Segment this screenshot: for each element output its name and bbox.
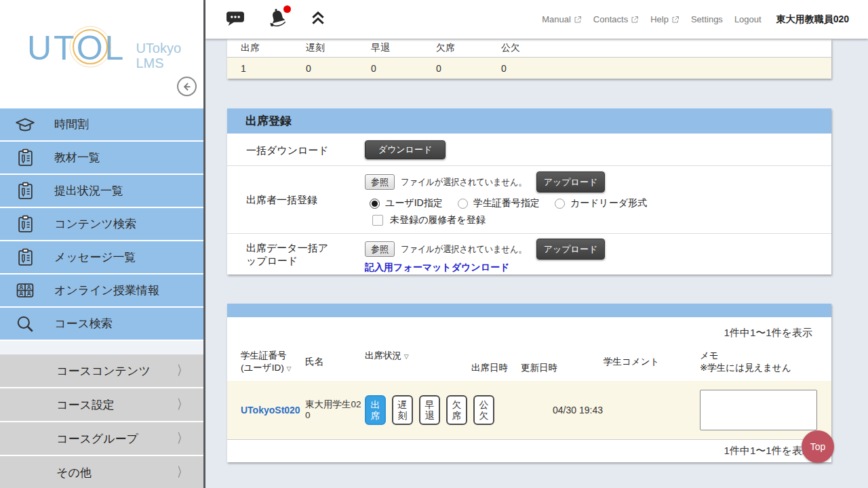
- student-name: 東大用学生020: [305, 399, 365, 421]
- status-present-button[interactable]: 出席: [365, 395, 386, 425]
- utol-logo-subtitle: UTokyo LMS: [136, 41, 181, 71]
- summary-header-cell: 欠席: [436, 42, 501, 54]
- radio-card-reader[interactable]: [555, 199, 565, 209]
- arrow-left-icon: [181, 81, 193, 93]
- sort-icon[interactable]: ▽: [404, 353, 409, 360]
- sidebar-item-label: 教材一覧: [54, 150, 100, 165]
- header-attend-time: 出席日時: [471, 362, 521, 374]
- help-link[interactable]: Help: [650, 14, 679, 24]
- notification-badge: [283, 5, 291, 13]
- radio-label[interactable]: ユーザID指定: [385, 197, 443, 209]
- header-name: 氏名: [305, 356, 365, 368]
- bulk-register-row: 出席者一括登録 参照 ファイルが選択されていません。 アップロード ユーザID指…: [227, 166, 831, 234]
- sidebar-item-messages[interactable]: メッセージ一覧: [0, 241, 203, 273]
- sidebar-collapse-button[interactable]: [177, 77, 197, 96]
- status-excused-button[interactable]: 公欠: [473, 395, 494, 425]
- download-button[interactable]: ダウンロード: [365, 140, 446, 159]
- graduation-cap-icon: [14, 116, 37, 134]
- sidebar-item-others[interactable]: その他 〉: [0, 456, 203, 488]
- manual-link[interactable]: Manual: [542, 14, 582, 24]
- data-upload-row: 出席データ一括アップロード 参照 ファイルが選択されていません。 アップロード …: [227, 234, 831, 274]
- clipboard-icon: [14, 248, 37, 266]
- upload-button[interactable]: アップロード: [536, 171, 605, 192]
- contacts-link[interactable]: Contacts: [593, 14, 639, 24]
- submenu-item-label: コースコンテンツ: [56, 363, 151, 379]
- radio-label[interactable]: カードリーダ形式: [570, 197, 647, 209]
- scroll-to-top-button[interactable]: Top: [802, 430, 834, 463]
- sidebar-item-materials[interactable]: 教材一覧: [0, 142, 203, 174]
- register-unenrolled-checkbox[interactable]: [372, 215, 383, 226]
- sidebar-item-label: オンライン授業情報: [54, 283, 159, 298]
- external-link-icon: [574, 16, 582, 24]
- students-table-header-bar: [227, 304, 831, 317]
- chevron-right-icon: 〉: [177, 396, 187, 413]
- summary-header-cell: 公欠: [501, 42, 566, 54]
- sidebar-item-label: 提出状況一覧: [54, 183, 123, 199]
- header-status[interactable]: 出席状況 ▽: [365, 350, 471, 362]
- utol-logo-o-rings: O: [77, 31, 105, 65]
- students-table-header-row: 学生証番号(ユーザID) ▽ 氏名 出席状況 ▽ 出席日時 更新日時 学生コメン…: [227, 342, 831, 381]
- bulk-download-row: 一括ダウンロード ダウンロード: [227, 134, 831, 166]
- sidebar-item-label: 時間割: [54, 117, 89, 132]
- bulk-register-label: 出席者一括登録: [246, 194, 317, 207]
- radio-user-id[interactable]: [370, 199, 380, 209]
- summary-value-cell: 0: [306, 63, 371, 74]
- no-file-text: ファイルが選択されていません。: [401, 176, 514, 188]
- sidebar-gap: [0, 341, 203, 354]
- sidebar-item-content-search[interactable]: コンテンツ検索: [0, 208, 203, 240]
- format-download-link[interactable]: 記入用フォーマットダウンロード: [365, 262, 509, 274]
- people-grid-icon: [14, 281, 37, 300]
- clipboard-icon: [14, 148, 37, 167]
- status-buttons: 出席 遅刻 早退 欠席 公欠: [365, 395, 471, 425]
- students-table-footer: 1件中1〜1件を表示: [227, 439, 831, 462]
- sidebar-item-course-group[interactable]: コースグループ 〉: [0, 422, 203, 455]
- sidebar-item-label: コンテンツ検索: [54, 216, 136, 232]
- radio-label[interactable]: 学生証番号指定: [473, 197, 540, 209]
- sidebar-item-submissions[interactable]: 提出状況一覧: [0, 175, 203, 207]
- utol-logo-text: UTOL: [27, 31, 125, 65]
- status-late-button[interactable]: 遅刻: [392, 395, 413, 425]
- memo-textarea[interactable]: [700, 390, 817, 430]
- header-update-time: 更新日時: [521, 362, 604, 374]
- sidebar-item-label: コース検索: [54, 316, 113, 331]
- attendance-summary-table: 出席 遅刻 早退 欠席 公欠 1 0 0 0 0: [227, 39, 831, 79]
- user-name: 東大用教職員020: [776, 14, 849, 26]
- header-student-id[interactable]: 学生証番号(ユーザID) ▽: [241, 350, 305, 373]
- sidebar-item-online-class[interactable]: オンライン授業情報: [0, 274, 203, 306]
- sidebar-item-course-search[interactable]: コース検索: [0, 308, 203, 340]
- logout-link[interactable]: Logout: [734, 14, 762, 24]
- student-id-link[interactable]: UTokyoSt020: [241, 405, 305, 415]
- section-title: 出席登録: [227, 108, 831, 134]
- summary-header-cell: 早退: [371, 42, 436, 54]
- sort-icon[interactable]: ▽: [286, 365, 291, 372]
- sidebar-item-timetable[interactable]: 時間割: [0, 108, 203, 140]
- notifications-bell-icon[interactable]: [267, 7, 290, 32]
- chevron-right-icon: 〉: [177, 363, 187, 380]
- status-absent-button[interactable]: 欠席: [446, 395, 467, 425]
- double-chevron-up-icon[interactable]: [311, 10, 326, 29]
- clipboard-icon: [14, 182, 37, 200]
- summary-data-row: 1 0 0 0 0: [227, 58, 831, 79]
- upload-button[interactable]: アップロード: [536, 239, 605, 260]
- submenu-item-label: その他: [56, 465, 92, 481]
- settings-link[interactable]: Settings: [691, 14, 723, 24]
- attendance-register-section: 出席登録 一括ダウンロード ダウンロード 出席者一括登録 参照 ファイルが選択さ…: [227, 108, 831, 274]
- sidebar-item-course-settings[interactable]: コース設定 〉: [0, 388, 203, 421]
- bulk-download-label: 一括ダウンロード: [246, 144, 329, 157]
- clipboard-icon: [14, 215, 37, 233]
- sidebar-item-course-contents[interactable]: コースコンテンツ 〉: [0, 354, 203, 387]
- submenu-item-label: コースグループ: [56, 431, 138, 447]
- external-link-icon: [671, 16, 679, 24]
- data-upload-label: 出席データ一括アップロード: [246, 242, 338, 268]
- checkbox-label[interactable]: 未登録の履修者を登録: [390, 214, 486, 226]
- summary-value-cell: 0: [436, 63, 501, 74]
- header-student-comment: 学生コメント: [604, 356, 700, 368]
- chat-icon[interactable]: [226, 9, 245, 29]
- status-early-leave-button[interactable]: 早退: [419, 395, 440, 425]
- student-row: UTokyoSt020 東大用学生020 出席 遅刻 早退 欠席 公欠 04/3…: [227, 381, 831, 439]
- browse-button[interactable]: 参照: [365, 174, 395, 190]
- header-memo: メモ※学生には見えません: [700, 350, 831, 373]
- summary-value-cell: 1: [241, 63, 306, 74]
- radio-student-number[interactable]: [458, 199, 468, 209]
- browse-button[interactable]: 参照: [365, 241, 395, 257]
